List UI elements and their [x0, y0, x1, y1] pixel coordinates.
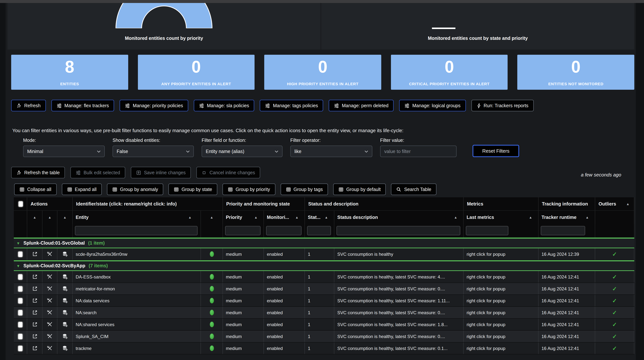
tile-label: HIGH PRIORITY ENTITIES IN ALERT: [287, 82, 358, 86]
entity-name-cell[interactable]: Splunk_SA_CIM: [73, 331, 201, 342]
manage-entity-tools-icon[interactable]: [47, 322, 52, 327]
group-header-splunk-cloud-02-svcbyapp[interactable]: ▼Splunk-Cloud:02-SvcByApp(7 items): [14, 260, 634, 271]
open-entity-icon[interactable]: [32, 274, 38, 280]
manage-entity-tools-icon[interactable]: [47, 298, 52, 303]
group-by-anomaly-button[interactable]: Group by anomaly: [107, 183, 163, 195]
last-metrics-cell[interactable]: right click for popup: [464, 271, 538, 283]
entity-name-cell[interactable]: metricator-for-nmon: [73, 283, 201, 295]
bulk-edit-selected-button[interactable]: Bulk edit selected: [70, 167, 125, 178]
collapse-triangle-icon[interactable]: ▼: [16, 264, 20, 268]
collapse-triangle-icon[interactable]: ▼: [16, 241, 20, 245]
group-by-state-button[interactable]: Group by state: [168, 183, 217, 195]
row-checkbox[interactable]: [18, 322, 23, 328]
manage-entity-tools-icon[interactable]: [47, 346, 52, 351]
last-metrics-cell[interactable]: right click for popup: [464, 343, 538, 354]
filter-operator-select[interactable]: like: [290, 146, 372, 157]
row-checkbox[interactable]: [18, 345, 23, 351]
manage-entity-tools-icon[interactable]: [47, 286, 52, 292]
sort-monitoring[interactable]: ▲: [295, 215, 302, 219]
sort-tracker-runtime[interactable]: ▲: [586, 215, 592, 219]
status-description-filter-input[interactable]: [336, 226, 460, 235]
entity-data-gear-icon[interactable]: [62, 298, 68, 303]
row-checkbox[interactable]: [18, 274, 23, 280]
group-by-tags-button[interactable]: Group by tags: [280, 183, 328, 195]
group-by-default-button[interactable]: Group by default: [333, 183, 386, 195]
stat-filter-input[interactable]: [307, 226, 331, 235]
manage-entity-tools-icon[interactable]: [47, 251, 52, 257]
refresh-button[interactable]: Refresh: [11, 100, 46, 111]
group-by-priority-button[interactable]: Group by priority: [222, 183, 275, 195]
collapse-all-button[interactable]: Collapse all: [14, 183, 56, 195]
sort-stat[interactable]: ▲: [324, 215, 331, 219]
manage-entity-tools-icon[interactable]: [47, 274, 52, 280]
last-metrics-cell[interactable]: right click for popup: [464, 307, 538, 318]
last-metrics-cell[interactable]: right click for popup: [464, 248, 538, 260]
manage-flex-trackers-button[interactable]: Manage: flex trackers: [52, 100, 114, 111]
manage-priority-policies-button[interactable]: Manage: priority policies: [120, 100, 188, 111]
last-metrics-cell[interactable]: right click for popup: [464, 283, 538, 295]
open-entity-icon[interactable]: [32, 322, 38, 327]
sort-icon[interactable]: ▲: [48, 215, 52, 219]
entity-name-cell[interactable]: trackme: [73, 343, 201, 354]
last-metrics-cell[interactable]: right click for popup: [464, 295, 538, 306]
filter-value-input[interactable]: [380, 146, 456, 157]
entity-name-cell[interactable]: DA-ESS-sandbox: [73, 271, 201, 283]
last-metrics-cell[interactable]: right click for popup: [464, 331, 538, 342]
manage-entity-tools-icon[interactable]: [47, 334, 52, 339]
tracker-runtime-filter-input[interactable]: [541, 226, 585, 235]
sort-entity[interactable]: ▲: [188, 215, 194, 219]
entity-data-gear-icon[interactable]: [62, 346, 68, 351]
entity-data-gear-icon[interactable]: [62, 334, 68, 339]
open-entity-icon[interactable]: [32, 298, 38, 303]
select-all-checkbox[interactable]: [18, 201, 23, 207]
last-metrics-filter-input[interactable]: [466, 226, 508, 235]
entity-data-gear-icon[interactable]: [62, 251, 68, 257]
refresh-the-table-button[interactable]: Refresh the table: [11, 167, 65, 178]
entity-data-gear-icon[interactable]: [62, 322, 68, 327]
group-header-splunk-cloud-01-svcglobal[interactable]: ▼Splunk-Cloud:01-SvcGlobal(1 item): [14, 237, 634, 248]
row-checkbox[interactable]: [18, 286, 23, 292]
open-entity-icon[interactable]: [32, 334, 38, 339]
cancel-inline-changes-button[interactable]: Cancel inline changes: [196, 167, 260, 178]
open-entity-icon[interactable]: [32, 286, 38, 292]
priority-filter-input[interactable]: [225, 226, 260, 235]
sort-icon[interactable]: ▲: [33, 215, 36, 219]
sort-icon[interactable]: ▲: [63, 215, 66, 219]
show-disabled-select[interactable]: False: [112, 146, 194, 157]
entity-data-gear-icon[interactable]: [62, 274, 68, 280]
grid-icon: [112, 187, 118, 192]
row-checkbox[interactable]: [18, 298, 23, 304]
manage-logical-groups-button[interactable]: Manage: logical groups: [399, 100, 466, 111]
entity-name-cell[interactable]: NA:search: [73, 307, 201, 318]
entity-filter-input[interactable]: [75, 226, 198, 235]
last-metrics-cell[interactable]: right click for popup: [464, 319, 538, 330]
manage-tags-policies-button[interactable]: Manage: tags policies: [260, 100, 323, 111]
open-entity-icon[interactable]: [32, 310, 38, 315]
entity-name-cell[interactable]: NA:data services: [73, 295, 201, 306]
row-checkbox[interactable]: [18, 333, 23, 339]
entity-name-cell[interactable]: NA:shared services: [73, 319, 201, 330]
reset-filters-button[interactable]: Reset Filters: [472, 145, 519, 157]
open-entity-icon[interactable]: [32, 251, 38, 257]
run-trackers-reports-button[interactable]: Run: Trackers reports: [471, 100, 534, 111]
save-inline-changes-button[interactable]: Save inline changes: [131, 167, 191, 178]
entity-data-gear-icon[interactable]: [62, 286, 68, 292]
row-checkbox[interactable]: [18, 251, 23, 257]
sort-last-metrics[interactable]: ▲: [529, 215, 535, 219]
open-entity-icon[interactable]: [32, 346, 38, 351]
entity-data-gear-icon[interactable]: [62, 310, 68, 315]
filter-field-select[interactable]: Entity name (alias): [202, 146, 282, 157]
manage-perm-deleted-button[interactable]: Manage: perm deleted: [329, 100, 394, 111]
row-checkbox[interactable]: [18, 310, 23, 316]
monitoring-filter-input[interactable]: [266, 226, 302, 235]
expand-all-button[interactable]: Expand all: [62, 183, 102, 195]
mode-select[interactable]: Minimal: [23, 146, 105, 157]
sort-status-description[interactable]: ▲: [454, 215, 460, 219]
manage-entity-tools-icon[interactable]: [47, 310, 52, 315]
entity-name-cell[interactable]: scde-8yra2ha5mx36rr0nw: [73, 248, 201, 260]
sort-state-icon[interactable]: ▲: [210, 215, 213, 219]
sort-outliers[interactable]: ▲: [626, 202, 630, 206]
search-table-button[interactable]: Search Table: [391, 183, 436, 195]
manage-sla-policies-button[interactable]: Manage: sla policies: [194, 100, 254, 111]
sort-priority[interactable]: ▲: [254, 215, 260, 219]
